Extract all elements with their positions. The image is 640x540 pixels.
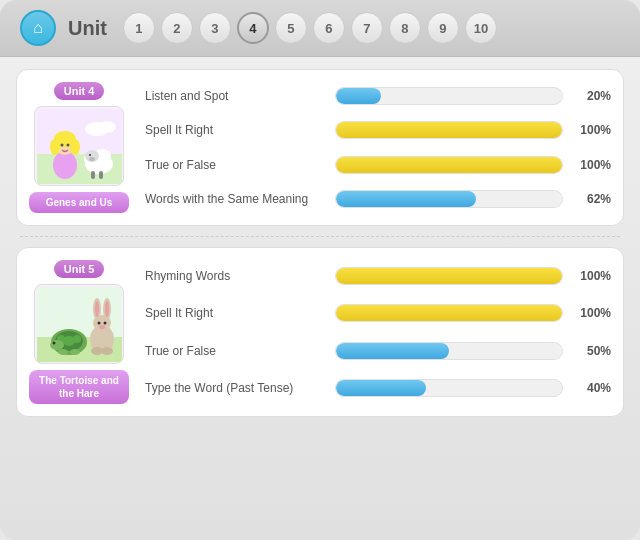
home-button[interactable]: ⌂ <box>20 10 56 46</box>
progress-bar-container <box>335 87 563 105</box>
progress-bar-container <box>335 156 563 174</box>
unit5-title: The Tortoise and the Hare <box>29 370 129 404</box>
svg-point-25 <box>73 335 81 343</box>
unit5-badge: Unit 5 <box>54 260 105 278</box>
svg-point-38 <box>99 325 105 329</box>
progress-bar-fill <box>336 122 562 138</box>
unit-tab-1[interactable]: 1 <box>123 12 155 44</box>
svg-point-36 <box>97 321 100 324</box>
svg-point-40 <box>101 347 113 355</box>
unit-tab-3[interactable]: 3 <box>199 12 231 44</box>
progress-item: Words with the Same Meaning62% <box>145 190 611 208</box>
unit-tab-7[interactable]: 7 <box>351 12 383 44</box>
progress-percent-label: 50% <box>573 344 611 358</box>
progress-bar-fill <box>336 305 562 321</box>
unit4-image <box>34 106 124 186</box>
unit-tab-8[interactable]: 8 <box>389 12 421 44</box>
unit5-progress-list: Rhyming Words100%Spell It Right100%True … <box>145 260 611 404</box>
progress-item: True or False50% <box>145 342 611 360</box>
unit4-card: Unit 4 <box>29 82 129 213</box>
progress-item: Rhyming Words100% <box>145 267 611 285</box>
svg-point-29 <box>70 349 80 355</box>
svg-point-23 <box>63 336 75 346</box>
svg-point-8 <box>70 139 80 155</box>
unit4-row: Unit 4 <box>16 69 624 226</box>
svg-point-10 <box>66 143 69 146</box>
svg-point-33 <box>95 301 99 317</box>
svg-rect-14 <box>91 171 95 179</box>
progress-item: Spell It Right100% <box>145 121 611 139</box>
svg-point-18 <box>89 157 95 161</box>
unit4-badge: Unit 4 <box>54 82 105 100</box>
svg-point-26 <box>50 340 64 350</box>
progress-percent-label: 100% <box>573 123 611 137</box>
svg-point-9 <box>60 143 63 146</box>
progress-bar-fill <box>336 88 381 104</box>
svg-point-17 <box>89 154 91 156</box>
unit-tab-6[interactable]: 6 <box>313 12 345 44</box>
home-icon: ⌂ <box>33 19 43 37</box>
progress-percent-label: 100% <box>573 269 611 283</box>
progress-bar-fill <box>336 268 562 284</box>
svg-point-4 <box>53 151 77 179</box>
unit-tabs: 12345678910 <box>123 12 497 44</box>
progress-item: Type the Word (Past Tense)40% <box>145 379 611 397</box>
svg-point-3 <box>98 121 116 133</box>
unit4-progress-list: Listen and Spot20%Spell It Right100%True… <box>145 82 611 213</box>
unit-tab-9[interactable]: 9 <box>427 12 459 44</box>
activity-label: Spell It Right <box>145 123 325 137</box>
progress-bar-fill <box>336 157 562 173</box>
progress-percent-label: 62% <box>573 192 611 206</box>
progress-bar-container <box>335 190 563 208</box>
svg-point-35 <box>105 301 109 317</box>
progress-percent-label: 100% <box>573 158 611 172</box>
activity-label: Rhyming Words <box>145 269 325 283</box>
activity-label: Words with the Same Meaning <box>145 192 325 206</box>
progress-bar-container <box>335 267 563 285</box>
app-container: ⌂ Unit 12345678910 Unit 4 <box>0 0 640 540</box>
section-divider <box>20 236 620 237</box>
unit-tab-5[interactable]: 5 <box>275 12 307 44</box>
activity-label: Listen and Spot <box>145 89 325 103</box>
svg-point-28 <box>58 349 68 355</box>
progress-item: True or False100% <box>145 156 611 174</box>
activity-label: Spell It Right <box>145 306 325 320</box>
progress-bar-container <box>335 342 563 360</box>
progress-bar-fill <box>336 343 449 359</box>
svg-point-27 <box>52 341 55 344</box>
svg-point-37 <box>103 321 106 324</box>
progress-item: Listen and Spot20% <box>145 87 611 105</box>
progress-percent-label: 40% <box>573 381 611 395</box>
svg-rect-15 <box>99 171 103 179</box>
svg-point-7 <box>50 139 60 155</box>
unit-label: Unit <box>68 17 107 40</box>
unit5-card: Unit 5 <box>29 260 129 404</box>
progress-bar-fill <box>336 191 476 207</box>
progress-bar-fill <box>336 380 426 396</box>
activity-label: True or False <box>145 344 325 358</box>
unit5-row: Unit 5 <box>16 247 624 417</box>
unit5-image <box>34 284 124 364</box>
progress-bar-container <box>335 121 563 139</box>
unit-tab-2[interactable]: 2 <box>161 12 193 44</box>
progress-item: Spell It Right100% <box>145 304 611 322</box>
activity-label: Type the Word (Past Tense) <box>145 381 325 395</box>
unit4-title: Genes and Us <box>29 192 129 213</box>
activity-label: True or False <box>145 158 325 172</box>
progress-percent-label: 100% <box>573 306 611 320</box>
header: ⌂ Unit 12345678910 <box>0 0 640 57</box>
progress-bar-container <box>335 304 563 322</box>
progress-bar-container <box>335 379 563 397</box>
unit-tab-10[interactable]: 10 <box>465 12 497 44</box>
progress-percent-label: 20% <box>573 89 611 103</box>
content-area: Unit 4 <box>0 57 640 540</box>
unit-tab-4[interactable]: 4 <box>237 12 269 44</box>
